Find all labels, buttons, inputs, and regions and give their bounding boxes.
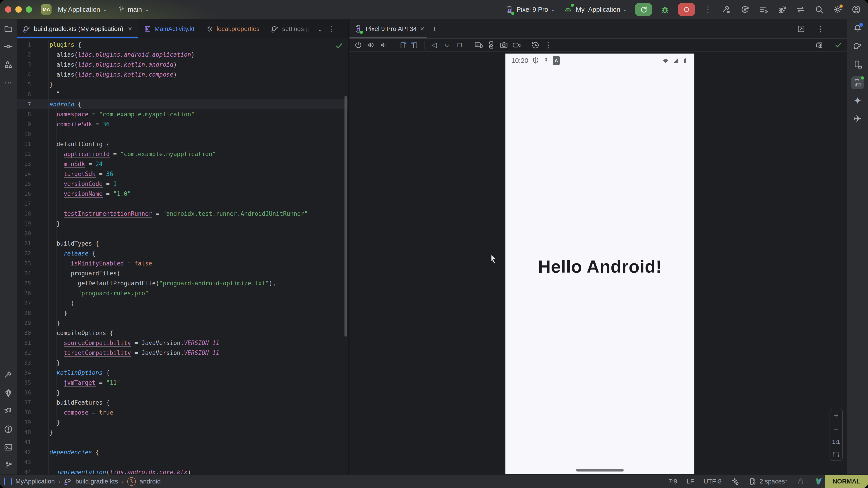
code-line[interactable]: 29 } xyxy=(17,318,348,328)
layout-inspector-toggle[interactable] xyxy=(814,40,825,50)
android-overview-button[interactable]: □ xyxy=(454,40,465,50)
caret-position-widget[interactable]: 7:9 xyxy=(669,478,677,485)
release-assistant-tool-button[interactable]: ✈ xyxy=(851,112,864,125)
code-line[interactable]: 2 alias(libs.plugins.android.application… xyxy=(17,50,348,60)
account-button[interactable] xyxy=(851,4,862,15)
resource-manager-tool-button[interactable] xyxy=(2,58,15,71)
code-line[interactable]: 37 buildFeatures { xyxy=(17,398,348,408)
open-in-window-icon[interactable] xyxy=(797,25,805,33)
code-line[interactable]: 25 getDefaultProguardFile("proguard-andr… xyxy=(17,278,348,288)
volume-down-button[interactable] xyxy=(378,40,389,50)
code-line[interactable]: 17 xyxy=(17,199,348,209)
code-line[interactable]: 15 versionCode = 1 xyxy=(17,179,348,189)
panel-options-icon[interactable]: ⋮ xyxy=(817,25,825,33)
code-line[interactable]: 19 } xyxy=(17,219,348,229)
tab-settings-gradle[interactable]: settings.g xyxy=(266,20,315,38)
settings-button[interactable] xyxy=(832,4,843,15)
code-line[interactable]: 12 applicationId = "com.example.myapplic… xyxy=(17,149,348,159)
run-configuration-selector[interactable]: My_Application ⌄ xyxy=(563,4,627,15)
code-line[interactable]: 18 testInstrumentationRunner = "androidx… xyxy=(17,209,348,219)
code-line[interactable]: 44 implementation(libs.androidx.core.ktx… xyxy=(17,467,348,475)
code-line[interactable]: 11 defaultConfig { xyxy=(17,139,348,149)
code-line[interactable]: 7android { xyxy=(17,99,348,109)
zoom-out-button[interactable]: − xyxy=(834,425,838,433)
minimize-window-button[interactable] xyxy=(16,6,22,13)
profiler-button[interactable] xyxy=(758,4,769,15)
build-tool-button[interactable] xyxy=(2,369,15,381)
tab-local-properties[interactable]: local.properties xyxy=(200,20,266,38)
zoom-actual-size-button[interactable]: 1:1 xyxy=(832,439,840,445)
project-selector[interactable]: MA My Application ⌄ xyxy=(41,4,107,15)
gradle-tool-button[interactable] xyxy=(851,40,864,53)
problems-tool-button[interactable] xyxy=(2,423,15,435)
code-line[interactable]: 28 } xyxy=(17,308,348,318)
code-line[interactable]: 1plugins { xyxy=(17,40,348,50)
editor-scrollbar[interactable] xyxy=(344,96,347,337)
build-project-button[interactable] xyxy=(721,4,732,15)
code-line[interactable]: 43 xyxy=(17,457,348,467)
code-line[interactable]: 21 buildTypes { xyxy=(17,238,348,249)
zoom-in-button[interactable]: + xyxy=(834,412,838,419)
code-line[interactable]: 32 targetCompatibility = JavaVersion.VER… xyxy=(17,348,348,358)
code-line[interactable]: 13 minSdk = 24 xyxy=(17,159,348,169)
inspections-ok-widget[interactable] xyxy=(335,41,344,51)
unlocked-icon[interactable] xyxy=(797,477,805,486)
breadcrumb-file[interactable]: build.gradle.kts xyxy=(75,478,118,485)
version-control-tool-button[interactable] xyxy=(2,459,15,472)
gesture-nav-handle[interactable] xyxy=(576,469,624,471)
branch-selector[interactable]: main ⌄ xyxy=(117,6,149,13)
code-line[interactable]: 35 jvmTarget = "11" xyxy=(17,378,348,388)
breadcrumb-node[interactable]: android xyxy=(140,478,160,485)
zoom-window-button[interactable] xyxy=(26,6,32,13)
running-devices-tool-button[interactable] xyxy=(851,76,864,89)
emulator-more-options-button[interactable]: ⋮ xyxy=(543,40,553,50)
code-line[interactable]: 31 sourceCompatibility = JavaVersion.VER… xyxy=(17,338,348,348)
breadcrumb-project[interactable]: MyApplication xyxy=(16,478,55,485)
app-inspection-tool-button[interactable] xyxy=(2,387,15,399)
more-tool-windows-button[interactable]: ⋯ xyxy=(2,76,15,89)
emulator-device-tab[interactable]: Pixel 9 Pro API 34 ✕ xyxy=(349,20,430,38)
code-line[interactable]: 14 targetSdk = 36 xyxy=(17,169,348,179)
code-line[interactable]: 8 namespace = "com.example.myapplication… xyxy=(17,109,348,119)
sync-status-button[interactable] xyxy=(795,4,806,15)
device-settings-button[interactable] xyxy=(486,40,496,50)
code-line[interactable]: 6 xyxy=(17,90,348,99)
close-device-tab-icon[interactable]: ✕ xyxy=(420,26,425,32)
code-line[interactable]: 23 isMinifyEnabled = false xyxy=(17,258,348,268)
code-editor[interactable]: 1plugins {2 alias(libs.plugins.android.a… xyxy=(17,38,348,475)
stop-button[interactable] xyxy=(678,3,695,16)
reset-device-button[interactable] xyxy=(530,40,541,50)
close-window-button[interactable] xyxy=(5,6,11,13)
notifications-tool-button[interactable] xyxy=(851,22,864,35)
zoom-to-fit-icon[interactable] xyxy=(833,451,840,458)
tab-build-gradle[interactable]: build.gradle.kts (My Application) ✕ xyxy=(17,20,138,38)
code-line[interactable]: 5} xyxy=(17,79,348,90)
encoding-widget[interactable]: UTF-8 xyxy=(704,478,721,485)
rerun-button[interactable] xyxy=(635,3,652,16)
ai-assist-disabled-icon[interactable] xyxy=(731,477,739,486)
code-line[interactable]: 20 xyxy=(17,229,348,238)
add-device-button[interactable]: + xyxy=(432,24,437,34)
code-line[interactable]: 10 xyxy=(17,129,348,139)
logcat-tool-button[interactable] xyxy=(2,405,15,418)
terminal-tool-button[interactable] xyxy=(2,441,15,454)
rotate-left-button[interactable] xyxy=(397,40,408,50)
volume-up-button[interactable] xyxy=(366,40,376,50)
code-line[interactable]: 39 } xyxy=(17,418,348,427)
emulator-screen[interactable]: 10:20 A Hello Android! xyxy=(505,54,694,474)
code-line[interactable]: 22 release { xyxy=(17,249,348,258)
code-line[interactable]: 27 ) xyxy=(17,298,348,308)
code-line[interactable]: 41 xyxy=(17,437,348,447)
android-back-button[interactable]: ◁ xyxy=(429,40,439,50)
project-tool-button[interactable] xyxy=(2,22,15,35)
more-run-actions-button[interactable]: ⋮ xyxy=(703,4,713,15)
device-selector[interactable]: Pixel 9 Pro ⌄ xyxy=(505,4,555,15)
tab-mainactivity[interactable]: MainActivity.kt xyxy=(138,20,200,38)
rotate-right-button[interactable] xyxy=(410,40,421,50)
sync-gradle-button[interactable] xyxy=(740,4,750,15)
indent-widget[interactable]: 2 spaces* xyxy=(749,477,787,486)
code-line[interactable]: 38 compose = true xyxy=(17,408,348,418)
code-line[interactable]: 33 } xyxy=(17,358,348,368)
code-line[interactable]: 9 compileSdk = 36 xyxy=(17,119,348,129)
code-line[interactable]: 24 proguardFiles( xyxy=(17,268,348,278)
